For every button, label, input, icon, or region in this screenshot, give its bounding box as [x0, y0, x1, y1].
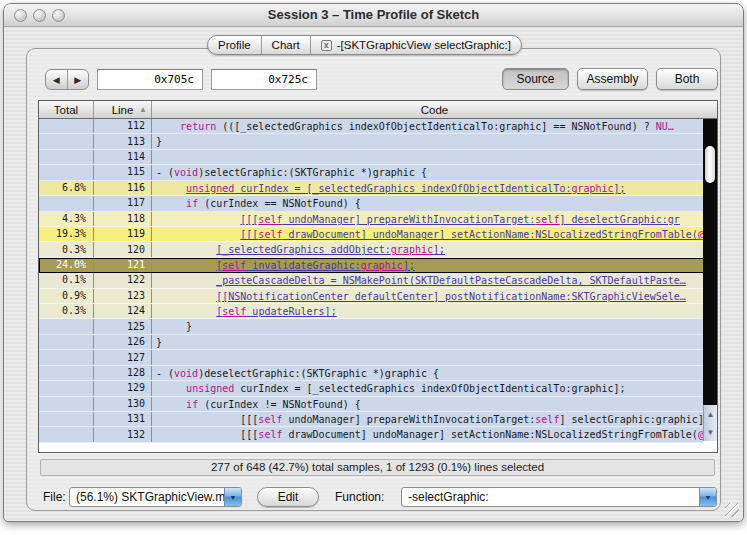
table-row[interactable]: 125 } — [39, 319, 717, 334]
line-number-cell: 124 — [94, 304, 152, 318]
table-row[interactable]: 128- (void)deselectGraphic:(SKTGraphic *… — [39, 366, 717, 381]
code-cell: [[NSNotificationCenter defaultCenter] po… — [152, 289, 717, 303]
tab-label: Profile — [218, 39, 251, 51]
line-number-cell: 120 — [94, 242, 152, 256]
total-cell: 4.3% — [39, 212, 94, 226]
total-cell — [39, 397, 94, 411]
table-row[interactable]: 0.1%122 _pasteCascadeDelta = NSMakePoint… — [39, 273, 717, 288]
close-tab-icon[interactable]: x — [321, 40, 332, 51]
total-cell — [39, 150, 94, 164]
content-panel: ◀ ▶ Source Assembly Both Total Line ▲ Co… — [26, 48, 721, 511]
table-row[interactable]: 126} — [39, 335, 717, 350]
table-header: Total Line ▲ Code — [39, 101, 717, 119]
file-popup[interactable]: (56.1%) SKTGraphicView.m ▼ — [69, 487, 242, 507]
total-cell: 6.8% — [39, 181, 94, 195]
app-window: Session 3 – Time Profile of Sketch Profi… — [3, 3, 744, 522]
source-view-button[interactable]: Source — [502, 68, 569, 90]
history-nav: ◀ ▶ — [45, 69, 89, 90]
both-view-button[interactable]: Both — [656, 68, 718, 90]
line-number-cell: 122 — [94, 273, 152, 287]
code-cell — [152, 350, 717, 364]
code-cell: if (curIndex != NSNotFound) { — [152, 397, 717, 411]
address-end-field[interactable] — [211, 69, 317, 90]
table-row[interactable]: 114 — [39, 150, 717, 165]
file-popup-arrow-icon[interactable]: ▼ — [224, 488, 241, 506]
sort-ascending-icon: ▲ — [139, 105, 147, 114]
total-cell — [39, 381, 94, 395]
code-cell: [[[self undoManager] prepareWithInvocati… — [152, 212, 717, 226]
forward-button[interactable]: ▶ — [68, 70, 89, 89]
line-number-cell: 131 — [94, 412, 152, 426]
table-row[interactable]: 131 [[[self undoManager] prepareWithInvo… — [39, 412, 717, 427]
code-cell: [_selectedGraphics addObject:graphic]; — [152, 242, 717, 256]
code-cell: [[[self drawDocument] undoManager] setAc… — [152, 427, 717, 441]
code-table: Total Line ▲ Code 112 return (([_selecte… — [38, 100, 718, 453]
line-number-cell: 112 — [94, 119, 152, 133]
back-button[interactable]: ◀ — [46, 70, 68, 89]
total-cell: 0.9% — [39, 289, 94, 303]
tab-profile[interactable]: Profile — [208, 36, 262, 54]
function-popup-arrow-icon[interactable]: ▼ — [699, 488, 716, 506]
code-cell: [self invalidateGraphic:graphic]; — [152, 258, 717, 272]
tab-label: -[SKTGraphicView selectGraphic:] — [337, 39, 511, 51]
line-number-cell: 128 — [94, 366, 152, 380]
line-number-cell: 115 — [94, 165, 152, 179]
vertical-scrollbar-track[interactable] — [703, 119, 717, 405]
total-cell — [39, 319, 94, 333]
scrollbar-gap — [703, 441, 717, 453]
total-cell: 24.0% — [39, 258, 94, 272]
scroll-down-button[interactable]: ▼ — [704, 423, 717, 441]
table-row[interactable]: 117 if (curIndex == NSNotFound) { — [39, 196, 717, 211]
edit-button[interactable]: Edit — [257, 487, 319, 507]
column-header-code[interactable]: Code — [152, 101, 717, 118]
line-number-cell: 129 — [94, 381, 152, 395]
address-start-field[interactable] — [97, 69, 203, 90]
table-row[interactable]: 112 return (([_selectedGraphics indexOfO… — [39, 119, 717, 134]
table-row[interactable]: 130 if (curIndex != NSNotFound) { — [39, 397, 717, 412]
tab-chart[interactable]: Chart — [262, 36, 311, 54]
code-cell: - (void)selectGraphic:(SKTGraphic *)grap… — [152, 165, 717, 179]
table-row[interactable]: 24.0%121 [self invalidateGraphic:graphic… — [39, 258, 717, 273]
total-cell — [39, 412, 94, 426]
total-cell — [39, 366, 94, 380]
back-arrow-icon: ◀ — [53, 75, 60, 85]
line-number-cell: 126 — [94, 335, 152, 349]
total-cell — [39, 335, 94, 349]
code-cell: return (([_selectedGraphics indexOfObjec… — [152, 119, 717, 133]
resize-grip-icon[interactable] — [725, 503, 739, 517]
tab-label: Chart — [272, 39, 300, 51]
column-header-line[interactable]: Line ▲ — [94, 101, 152, 118]
scroll-up-button[interactable]: ▲ — [704, 405, 717, 423]
title-bar[interactable]: Session 3 – Time Profile of Sketch — [4, 4, 743, 27]
line-number-cell: 116 — [94, 181, 152, 195]
table-row[interactable]: 0.3%120 [_selectedGraphics addObject:gra… — [39, 242, 717, 257]
line-number-cell: 125 — [94, 319, 152, 333]
code-cell: } — [152, 134, 717, 148]
table-row[interactable]: 113} — [39, 134, 717, 149]
table-row[interactable]: 115- (void)selectGraphic:(SKTGraphic *)g… — [39, 165, 717, 180]
line-number-cell: 132 — [94, 427, 152, 441]
code-cell: unsigned curIndex = [_selectedGraphics i… — [152, 181, 717, 195]
tab-code-browser[interactable]: x -[SKTGraphicView selectGraphic:] — [311, 36, 521, 54]
table-row[interactable]: 127 — [39, 350, 717, 365]
total-cell — [39, 196, 94, 210]
table-row[interactable]: 19.3%119 [[[self drawDocument] undoManag… — [39, 227, 717, 242]
file-label: File: — [43, 490, 66, 504]
scroll-down-icon: ▼ — [707, 428, 715, 437]
tab-bar: Profile Chart x -[SKTGraphicView selectG… — [207, 35, 522, 55]
assembly-view-button[interactable]: Assembly — [577, 68, 648, 90]
code-cell: } — [152, 335, 717, 349]
code-cell: - (void)deselectGraphic:(SKTGraphic *)gr… — [152, 366, 717, 380]
column-header-total[interactable]: Total — [39, 101, 94, 118]
status-bar: 277 of 648 (42.7%) total samples, 1 of 1… — [40, 459, 715, 476]
code-cell: } — [152, 319, 717, 333]
table-row[interactable]: 6.8%116 unsigned curIndex = [_selectedGr… — [39, 181, 717, 196]
file-popup-value: (56.1%) SKTGraphicView.m — [70, 488, 224, 506]
vertical-scrollbar-thumb[interactable] — [705, 146, 715, 183]
table-row[interactable]: 0.3%124 [self updateRulers]; — [39, 304, 717, 319]
table-row[interactable]: 129 unsigned curIndex = [_selectedGraphi… — [39, 381, 717, 396]
table-row[interactable]: 4.3%118 [[[self undoManager] prepareWith… — [39, 212, 717, 227]
table-row[interactable]: 0.9%123 [[NSNotificationCenter defaultCe… — [39, 289, 717, 304]
table-row[interactable]: 132 [[[self drawDocument] undoManager] s… — [39, 427, 717, 442]
function-popup[interactable]: -selectGraphic: ▼ — [401, 487, 717, 507]
